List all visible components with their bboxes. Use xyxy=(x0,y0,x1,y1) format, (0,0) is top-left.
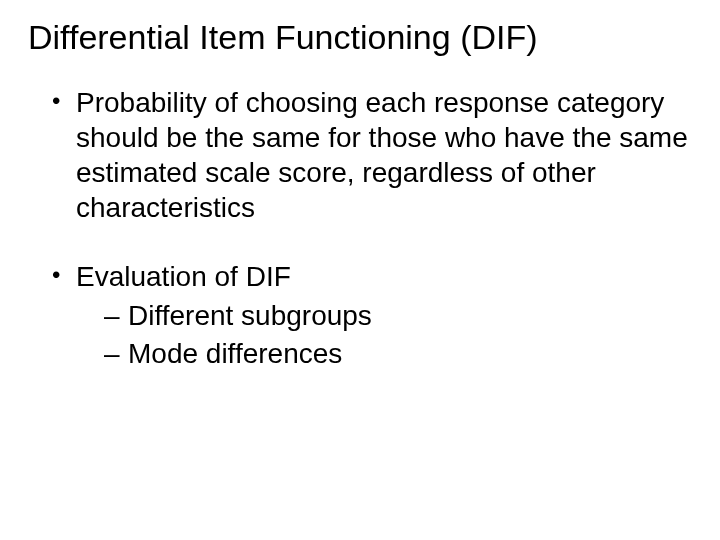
sub-bullet-text-2: Mode differences xyxy=(128,338,342,369)
bullet-text-1: Probability of choosing each response ca… xyxy=(76,87,688,223)
bullet-item-2: Evaluation of DIF Different subgroups Mo… xyxy=(52,259,692,373)
sub-bullet-item-1: Different subgroups xyxy=(104,298,692,334)
slide-title: Differential Item Functioning (DIF) xyxy=(28,18,692,57)
sub-bullet-text-1: Different subgroups xyxy=(128,300,372,331)
bullet-item-1: Probability of choosing each response ca… xyxy=(52,85,692,225)
sub-bullet-item-2: Mode differences xyxy=(104,336,692,372)
bullet-list: Probability of choosing each response ca… xyxy=(28,85,692,373)
sub-bullet-list: Different subgroups Mode differences xyxy=(76,298,692,373)
slide: Differential Item Functioning (DIF) Prob… xyxy=(0,0,720,540)
bullet-text-2: Evaluation of DIF xyxy=(76,261,291,292)
